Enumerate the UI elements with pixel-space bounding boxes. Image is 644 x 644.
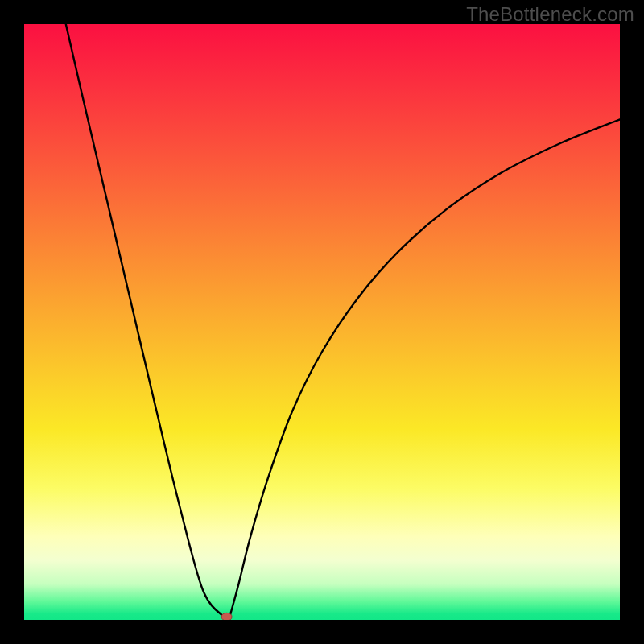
svg-point-0: [221, 613, 232, 620]
watermark-text: TheBottleneck.com: [466, 3, 634, 26]
plot-area: [24, 24, 620, 620]
minimum-marker: [24, 24, 620, 620]
y-axis-gutter: [0, 0, 24, 644]
chart-frame: TheBottleneck.com: [0, 0, 644, 644]
x-axis-gutter: [0, 620, 644, 644]
